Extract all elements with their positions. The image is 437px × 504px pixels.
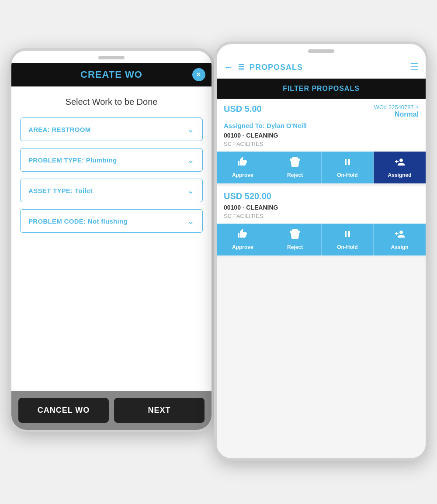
assigned-icon-1: [395, 157, 405, 169]
create-wo-title: CREATE WO: [80, 69, 142, 80]
assign-label-2: Assign: [391, 244, 409, 250]
proposal-1-actions: Approve Reject On-Hold: [217, 152, 426, 183]
asset-type-chevron-icon: ⌄: [187, 185, 194, 196]
proposal-1-amount: USD 5.00: [224, 104, 262, 114]
asset-type-label: ASSET TYPE: Toilet: [28, 187, 93, 194]
create-wo-header: CREATE WO ×: [11, 63, 212, 86]
onhold-icon-2: [342, 229, 353, 242]
proposal-card-2-header: USD 520.00: [217, 186, 426, 203]
proposal-1-wo-info: WO# 22540787 > Normal: [374, 104, 419, 118]
onhold-label-1: On-Hold: [337, 172, 357, 178]
select-work-title: Select Work to be Done: [20, 97, 203, 107]
proposal-1-code: 00100 - CLEANING: [217, 131, 426, 140]
problem-type-chevron-icon: ⌄: [187, 155, 194, 165]
proposal-2-amount: USD 520.00: [224, 191, 271, 201]
onhold-button-2[interactable]: On-Hold: [322, 224, 374, 255]
reject-button-1[interactable]: Reject: [269, 152, 322, 183]
approve-label-2: Approve: [232, 244, 253, 250]
reject-label-2: Reject: [287, 244, 303, 250]
close-button[interactable]: ×: [192, 68, 205, 81]
proposals-list: USD 5.00 WO# 22540787 > Normal Assigned …: [217, 99, 426, 458]
proposal-2-facility: SC FACILITIES: [217, 212, 426, 224]
screen-create-wo: CREATE WO × Select Work to be Done AREA:…: [11, 63, 212, 430]
phone-create-wo: CREATE WO × Select Work to be Done AREA:…: [9, 48, 214, 432]
approve-button-2[interactable]: Approve: [217, 224, 269, 255]
approve-button-1[interactable]: Approve: [217, 152, 269, 183]
reject-button-2[interactable]: Reject: [269, 224, 322, 255]
approve-icon-2: [237, 229, 248, 242]
proposal-1-facility: SC FACILITIES: [217, 140, 426, 152]
proposal-2-currency: USD: [224, 191, 245, 201]
cancel-wo-button[interactable]: CANCEL WO: [18, 398, 109, 423]
assign-button-2[interactable]: Assign: [374, 224, 426, 255]
phone-speaker: [98, 56, 125, 59]
proposal-2-value: 520.00: [245, 191, 271, 201]
problem-code-chevron-icon: ⌄: [187, 216, 194, 226]
proposal-1-currency: USD: [224, 104, 245, 114]
asset-type-dropdown[interactable]: ASSET TYPE: Toilet ⌄: [20, 179, 203, 202]
area-dropdown[interactable]: AREA: RESTROOM ⌄: [20, 117, 203, 141]
onhold-label-2: On-Hold: [337, 244, 357, 250]
phone-speaker-2: [308, 49, 334, 53]
onhold-button-1[interactable]: On-Hold: [322, 152, 374, 183]
proposal-card-1-header: USD 5.00 WO# 22540787 > Normal: [217, 99, 426, 120]
approve-icon-1: [237, 157, 248, 169]
proposal-2-actions: Approve Reject On-Hold: [217, 224, 426, 255]
problem-type-label: PROBLEM TYPE: Plumbing: [28, 156, 117, 164]
screen-proposals: ← ≣ PROPOSALS ☰ FILTER PROPOSALS USD 5.0…: [217, 56, 426, 458]
problem-code-label: PROBLEM CODE: Not flushing: [28, 217, 128, 225]
proposal-card-1: USD 5.00 WO# 22540787 > Normal Assigned …: [217, 99, 426, 186]
onhold-icon-1: [342, 157, 353, 169]
proposal-1-wo-num: WO# 22540787 >: [374, 104, 419, 110]
proposal-1-priority: Normal: [374, 110, 419, 118]
phone-proposals: ← ≣ PROPOSALS ☰ FILTER PROPOSALS USD 5.0…: [214, 41, 428, 461]
reject-icon-1: [290, 157, 300, 169]
next-button[interactable]: NEXT: [114, 398, 205, 423]
create-wo-body: Select Work to be Done AREA: RESTROOM ⌄ …: [11, 86, 212, 391]
create-wo-footer: CANCEL WO NEXT: [11, 391, 212, 430]
proposals-title: PROPOSALS: [250, 63, 406, 72]
proposals-header: ← ≣ PROPOSALS ☰: [217, 56, 426, 79]
problem-code-dropdown[interactable]: PROBLEM CODE: Not flushing ⌄: [20, 209, 203, 233]
back-button[interactable]: ←: [224, 62, 233, 73]
menu-icon[interactable]: ☰: [410, 62, 419, 73]
reject-label-1: Reject: [287, 172, 303, 178]
area-label: AREA: RESTROOM: [28, 126, 91, 133]
list-icon: ≣: [238, 62, 245, 72]
assigned-button-1[interactable]: Assigned: [374, 152, 426, 183]
approve-label-1: Approve: [232, 172, 253, 178]
assign-icon-2: [395, 229, 405, 242]
proposal-1-assigned: Assigned To: Dylan O'Neill: [217, 120, 426, 131]
proposal-card-2: USD 520.00 00100 - CLEANING SC FACILITIE…: [217, 186, 426, 258]
proposal-2-code: 00100 - CLEANING: [217, 203, 426, 212]
reject-icon-2: [290, 229, 300, 242]
assigned-label-1: Assigned: [388, 172, 412, 178]
area-chevron-icon: ⌄: [187, 124, 194, 135]
filter-label: FILTER PROPOSALS: [283, 85, 360, 92]
proposal-1-value: 5.00: [245, 104, 262, 114]
filter-bar[interactable]: FILTER PROPOSALS: [217, 79, 426, 99]
problem-type-dropdown[interactable]: PROBLEM TYPE: Plumbing ⌄: [20, 148, 203, 172]
